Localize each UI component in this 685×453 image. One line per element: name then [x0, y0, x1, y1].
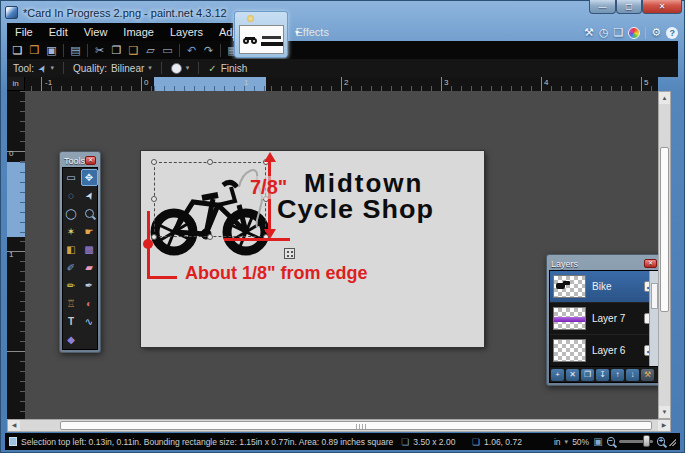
divider — [645, 27, 646, 39]
resize-grip[interactable] — [669, 438, 676, 446]
selection-handle-w[interactable] — [151, 196, 157, 202]
merge-layer-down-icon[interactable]: ↧ — [596, 369, 609, 381]
tool-dropdown[interactable]: ▾ — [51, 64, 55, 72]
zoom-slider[interactable] — [619, 440, 653, 443]
move-selected-pixels-icon[interactable]: ✥ — [81, 169, 98, 186]
layer-row-7[interactable]: Layer 7 — [550, 303, 658, 335]
image-list-button[interactable]: ▾ — [295, 28, 299, 37]
selection-handle-n[interactable] — [207, 159, 213, 165]
layer-row-6[interactable]: Layer 6 ✓ — [550, 335, 658, 367]
shapes-icon[interactable]: ◆ — [63, 331, 80, 348]
scroll-left-icon[interactable]: ◀ — [8, 420, 20, 431]
color-picker-icon[interactable]: ✒ — [81, 277, 98, 294]
finish-button[interactable]: Finish — [221, 63, 248, 74]
layer-properties-icon[interactable]: ⚒ — [641, 369, 654, 381]
canvas[interactable]: Midtown Cycle Shop 7/8" About 1/8" from … — [141, 151, 484, 347]
minimize-button[interactable]: — — [589, 0, 616, 14]
layer-name: Layer 6 — [592, 345, 638, 356]
new-icon[interactable]: ❏ — [9, 42, 26, 58]
selection-handle-s[interactable] — [207, 234, 213, 240]
move-selection-icon[interactable]: ➤ — [77, 184, 100, 207]
selection-marquee[interactable] — [154, 162, 266, 237]
layers-panel-close-icon[interactable]: ✕ — [644, 259, 657, 268]
zoom-out-icon[interactable]: − — [607, 437, 615, 446]
clone-stamp-icon[interactable]: ♖ — [63, 295, 80, 312]
edge-marker-elbow — [147, 276, 177, 279]
pan-icon[interactable]: ☛ — [81, 223, 98, 240]
scroll-down-icon[interactable]: ▼ — [659, 406, 670, 418]
cut-icon[interactable]: ✂ — [91, 42, 108, 58]
selection-handle-nw[interactable] — [151, 159, 157, 165]
delete-layer-icon[interactable]: ✕ — [566, 369, 579, 381]
line-curve-icon[interactable]: ∿ — [81, 313, 98, 330]
horizontal-scroll-thumb[interactable] — [60, 421, 652, 430]
zoom-in-icon[interactable]: + — [657, 437, 665, 446]
gradient-icon[interactable]: ▩ — [81, 241, 98, 258]
tools-panel-close-icon[interactable]: ✕ — [85, 156, 96, 165]
duplicate-layer-icon[interactable]: ❐ — [581, 369, 594, 381]
menu-bar: File Edit View Image Layers Adjustments … — [7, 23, 233, 41]
zoom-level[interactable]: 50% — [572, 437, 589, 447]
move-tool-icon: ➤ — [35, 62, 49, 75]
crop-to-selection-icon[interactable]: ▱ — [142, 42, 159, 58]
rectangle-select-icon[interactable]: ▭ — [63, 169, 80, 186]
quality-dropdown[interactable]: ▾ — [148, 64, 152, 72]
save-icon[interactable]: ▣ — [43, 42, 60, 58]
menu-view[interactable]: View — [76, 23, 116, 41]
main-toolbar: ❏ ❒ ▣ ▤ ✂ ❐ ❑ ▱ ▭ ↶ ↷ ▦ ◫ — [7, 41, 678, 59]
ruler-selection-highlight-v — [7, 162, 25, 237]
paste-icon[interactable]: ❑ — [125, 42, 142, 58]
sampling-swatch[interactable] — [171, 63, 182, 74]
selection-handle-sw[interactable] — [151, 234, 157, 240]
unit-selector[interactable]: in — [554, 437, 561, 447]
scroll-right-icon[interactable]: ▶ — [658, 420, 670, 431]
redo-icon[interactable]: ↷ — [200, 42, 217, 58]
history-window-icon[interactable]: ◷ — [599, 26, 609, 39]
finish-check-icon: ✓ — [208, 63, 216, 74]
sampling-dropdown[interactable]: ▾ — [186, 64, 190, 72]
move-layer-up-icon[interactable]: ↑ — [611, 369, 624, 381]
maximize-button[interactable]: ▢ — [616, 0, 642, 14]
eraser-icon[interactable]: ▰ — [81, 259, 98, 276]
menu-layers[interactable]: Layers — [162, 23, 211, 41]
layers-window-icon[interactable]: ❏ — [613, 26, 623, 39]
help-icon[interactable]: ? — [666, 27, 678, 39]
horizontal-ruler: -1 0 1 2 3 4 5 — [25, 77, 658, 91]
layers-scrollbar[interactable] — [649, 271, 658, 366]
add-new-layer-icon[interactable]: + — [551, 369, 564, 381]
menu-image[interactable]: Image — [115, 23, 162, 41]
close-button[interactable]: ✕ — [642, 0, 682, 14]
copy-icon[interactable]: ❐ — [108, 42, 125, 58]
recolor-icon[interactable]: ◐ — [81, 295, 98, 312]
quality-value[interactable]: Bilinear — [111, 63, 144, 74]
move-handle-icon[interactable] — [284, 248, 295, 259]
zoom-slider-thumb[interactable] — [643, 435, 650, 447]
horizontal-scrollbar[interactable]: ◀ ▶ — [7, 419, 671, 432]
paint-bucket-icon[interactable]: ◧ — [63, 241, 80, 258]
window-title: *Card In Progress 2.png - paint.net 4.3.… — [23, 7, 227, 19]
layer-row-bike[interactable]: Bike ✓ — [550, 271, 658, 303]
menu-file[interactable]: File — [7, 23, 41, 41]
tools-window-icon[interactable]: ⚒ — [584, 26, 594, 39]
print-icon[interactable]: ▤ — [67, 42, 84, 58]
lasso-select-icon[interactable]: ◌ — [63, 187, 80, 204]
image-tab[interactable] — [234, 11, 288, 58]
deselect-icon[interactable]: ▭ — [159, 42, 176, 58]
settings-icon[interactable]: ⚙ — [651, 26, 661, 39]
zoom-window-icon[interactable]: ▣ — [593, 436, 602, 447]
vertical-scroll-thumb[interactable] — [660, 147, 669, 312]
pencil-icon[interactable]: ✏ — [63, 277, 80, 294]
vertical-scrollbar[interactable]: ▲ ▼ — [658, 91, 671, 419]
undo-icon[interactable]: ↶ — [183, 42, 200, 58]
open-icon[interactable]: ❒ — [26, 42, 43, 58]
unit-dropdown-icon[interactable]: ▾ — [565, 438, 569, 446]
zoom-tool-icon[interactable] — [81, 205, 98, 222]
ellipse-select-icon[interactable]: ◯ — [63, 205, 80, 222]
paintbrush-icon[interactable]: ✐ — [63, 259, 80, 276]
menu-edit[interactable]: Edit — [41, 23, 76, 41]
colors-window-icon[interactable] — [628, 27, 640, 39]
magic-wand-icon[interactable]: ✶ — [63, 223, 80, 240]
text-tool-icon[interactable]: T — [63, 313, 80, 330]
move-layer-down-icon[interactable]: ↓ — [626, 369, 639, 381]
scroll-up-icon[interactable]: ▲ — [659, 92, 670, 104]
